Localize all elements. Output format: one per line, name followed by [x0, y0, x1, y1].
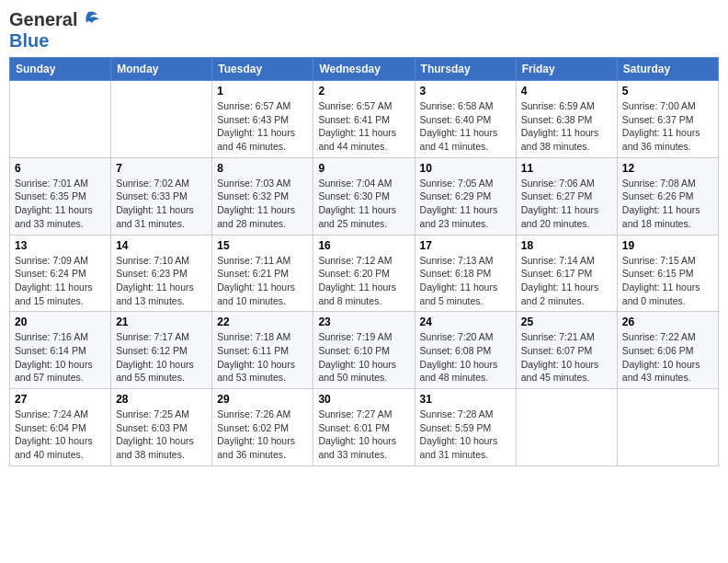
- weekday-header-sunday: Sunday: [10, 58, 111, 81]
- calendar-cell: 22Sunrise: 7:18 AM Sunset: 6:11 PM Dayli…: [212, 312, 313, 389]
- calendar-week-1: 1Sunrise: 6:57 AM Sunset: 6:43 PM Daylig…: [10, 81, 719, 158]
- calendar-cell: 27Sunrise: 7:24 AM Sunset: 6:04 PM Dayli…: [10, 389, 111, 466]
- calendar-cell: 15Sunrise: 7:11 AM Sunset: 6:21 PM Dayli…: [212, 235, 313, 312]
- calendar-cell: 10Sunrise: 7:05 AM Sunset: 6:29 PM Dayli…: [415, 157, 516, 235]
- calendar-cell: 26Sunrise: 7:22 AM Sunset: 6:06 PM Dayli…: [617, 312, 718, 389]
- weekday-header-tuesday: Tuesday: [212, 58, 313, 81]
- day-number: 19: [622, 239, 713, 252]
- day-number: 13: [15, 239, 106, 252]
- day-number: 6: [15, 162, 106, 175]
- logo-general-text: General: [9, 9, 77, 30]
- day-number: 15: [217, 239, 308, 252]
- day-number: 7: [116, 162, 207, 175]
- day-number: 20: [15, 316, 106, 328]
- day-info: Sunrise: 7:02 AM Sunset: 6:33 PM Dayligh…: [116, 177, 207, 231]
- calendar-table: SundayMondayTuesdayWednesdayThursdayFrid…: [9, 57, 719, 466]
- day-info: Sunrise: 7:10 AM Sunset: 6:23 PM Dayligh…: [116, 254, 207, 308]
- day-info: Sunrise: 7:01 AM Sunset: 6:35 PM Dayligh…: [15, 177, 106, 231]
- weekday-header-friday: Friday: [516, 58, 617, 81]
- calendar-week-2: 6Sunrise: 7:01 AM Sunset: 6:35 PM Daylig…: [10, 157, 719, 235]
- calendar-cell: 6Sunrise: 7:01 AM Sunset: 6:35 PM Daylig…: [10, 157, 111, 235]
- weekday-header-thursday: Thursday: [415, 58, 516, 81]
- calendar-cell: 31Sunrise: 7:28 AM Sunset: 5:59 PM Dayli…: [415, 389, 516, 466]
- calendar-cell: 17Sunrise: 7:13 AM Sunset: 6:18 PM Dayli…: [415, 235, 516, 312]
- day-number: 3: [420, 85, 511, 98]
- day-info: Sunrise: 7:09 AM Sunset: 6:24 PM Dayligh…: [15, 254, 106, 308]
- day-number: 2: [318, 85, 409, 98]
- calendar-cell: 24Sunrise: 7:20 AM Sunset: 6:08 PM Dayli…: [415, 312, 516, 389]
- calendar-cell: 19Sunrise: 7:15 AM Sunset: 6:15 PM Dayli…: [617, 235, 718, 312]
- day-number: 26: [622, 316, 713, 328]
- day-info: Sunrise: 7:15 AM Sunset: 6:15 PM Dayligh…: [622, 254, 713, 308]
- day-number: 18: [521, 239, 612, 252]
- day-number: 5: [622, 85, 713, 98]
- calendar-cell: 2Sunrise: 6:57 AM Sunset: 6:41 PM Daylig…: [313, 81, 415, 158]
- day-number: 27: [15, 393, 106, 406]
- day-info: Sunrise: 6:57 AM Sunset: 6:43 PM Dayligh…: [217, 99, 308, 154]
- calendar-cell: [10, 81, 111, 158]
- day-info: Sunrise: 7:06 AM Sunset: 6:27 PM Dayligh…: [521, 177, 612, 231]
- day-info: Sunrise: 6:57 AM Sunset: 6:41 PM Dayligh…: [318, 99, 409, 154]
- calendar-cell: 25Sunrise: 7:21 AM Sunset: 6:07 PM Dayli…: [516, 312, 617, 389]
- calendar-cell: [111, 81, 212, 158]
- day-info: Sunrise: 6:59 AM Sunset: 6:38 PM Dayligh…: [521, 99, 612, 154]
- day-number: 4: [521, 85, 612, 98]
- day-info: Sunrise: 7:13 AM Sunset: 6:18 PM Dayligh…: [420, 254, 511, 308]
- calendar-cell: [617, 389, 718, 466]
- day-info: Sunrise: 7:04 AM Sunset: 6:30 PM Dayligh…: [318, 177, 409, 231]
- day-number: 14: [116, 239, 207, 252]
- day-number: 17: [420, 239, 511, 252]
- logo-blue-text: Blue: [9, 30, 49, 51]
- day-number: 25: [521, 316, 612, 328]
- day-number: 16: [318, 239, 409, 252]
- calendar-cell: 18Sunrise: 7:14 AM Sunset: 6:17 PM Dayli…: [516, 235, 617, 312]
- day-info: Sunrise: 7:00 AM Sunset: 6:37 PM Dayligh…: [622, 99, 713, 154]
- calendar-cell: 9Sunrise: 7:04 AM Sunset: 6:30 PM Daylig…: [313, 157, 415, 235]
- calendar-header-row: SundayMondayTuesdayWednesdayThursdayFrid…: [10, 58, 719, 81]
- calendar-week-5: 27Sunrise: 7:24 AM Sunset: 6:04 PM Dayli…: [10, 389, 719, 466]
- calendar-cell: 23Sunrise: 7:19 AM Sunset: 6:10 PM Dayli…: [313, 312, 415, 389]
- weekday-header-wednesday: Wednesday: [313, 58, 415, 81]
- calendar-cell: [516, 389, 617, 466]
- calendar-cell: 14Sunrise: 7:10 AM Sunset: 6:23 PM Dayli…: [111, 235, 212, 312]
- day-number: 8: [217, 162, 308, 175]
- day-number: 30: [318, 393, 409, 406]
- day-info: Sunrise: 7:24 AM Sunset: 6:04 PM Dayligh…: [15, 408, 106, 462]
- day-info: Sunrise: 7:12 AM Sunset: 6:20 PM Dayligh…: [318, 254, 409, 308]
- calendar-cell: 16Sunrise: 7:12 AM Sunset: 6:20 PM Dayli…: [313, 235, 415, 312]
- calendar-cell: 12Sunrise: 7:08 AM Sunset: 6:26 PM Dayli…: [617, 157, 718, 235]
- day-info: Sunrise: 7:21 AM Sunset: 6:07 PM Dayligh…: [521, 330, 612, 385]
- day-number: 1: [217, 85, 308, 98]
- calendar-cell: 1Sunrise: 6:57 AM Sunset: 6:43 PM Daylig…: [212, 81, 313, 158]
- logo: General Blue: [9, 9, 99, 52]
- calendar-cell: 11Sunrise: 7:06 AM Sunset: 6:27 PM Dayli…: [516, 157, 617, 235]
- day-number: 12: [622, 162, 713, 175]
- logo-bird-icon: [79, 10, 99, 27]
- calendar-cell: 29Sunrise: 7:26 AM Sunset: 6:02 PM Dayli…: [212, 389, 313, 466]
- calendar-cell: 20Sunrise: 7:16 AM Sunset: 6:14 PM Dayli…: [10, 312, 111, 389]
- day-info: Sunrise: 7:14 AM Sunset: 6:17 PM Dayligh…: [521, 254, 612, 308]
- day-info: Sunrise: 7:03 AM Sunset: 6:32 PM Dayligh…: [217, 177, 308, 231]
- weekday-header-monday: Monday: [111, 58, 212, 81]
- day-number: 31: [420, 393, 511, 406]
- calendar-cell: 21Sunrise: 7:17 AM Sunset: 6:12 PM Dayli…: [111, 312, 212, 389]
- day-number: 21: [116, 316, 207, 328]
- day-info: Sunrise: 7:16 AM Sunset: 6:14 PM Dayligh…: [15, 330, 106, 385]
- day-info: Sunrise: 7:28 AM Sunset: 5:59 PM Dayligh…: [420, 408, 511, 462]
- calendar-cell: 8Sunrise: 7:03 AM Sunset: 6:32 PM Daylig…: [212, 157, 313, 235]
- day-info: Sunrise: 7:20 AM Sunset: 6:08 PM Dayligh…: [420, 330, 511, 385]
- calendar-cell: 28Sunrise: 7:25 AM Sunset: 6:03 PM Dayli…: [111, 389, 212, 466]
- day-number: 9: [318, 162, 409, 175]
- calendar-cell: 3Sunrise: 6:58 AM Sunset: 6:40 PM Daylig…: [415, 81, 516, 158]
- weekday-header-saturday: Saturday: [617, 58, 718, 81]
- day-number: 10: [420, 162, 511, 175]
- day-info: Sunrise: 7:05 AM Sunset: 6:29 PM Dayligh…: [420, 177, 511, 231]
- day-info: Sunrise: 7:22 AM Sunset: 6:06 PM Dayligh…: [622, 330, 713, 385]
- day-info: Sunrise: 7:11 AM Sunset: 6:21 PM Dayligh…: [217, 254, 308, 308]
- page-header: General Blue: [9, 9, 719, 52]
- day-number: 24: [420, 316, 511, 328]
- day-info: Sunrise: 7:08 AM Sunset: 6:26 PM Dayligh…: [622, 177, 713, 231]
- day-number: 23: [318, 316, 409, 328]
- day-number: 29: [217, 393, 308, 406]
- calendar-cell: 4Sunrise: 6:59 AM Sunset: 6:38 PM Daylig…: [516, 81, 617, 158]
